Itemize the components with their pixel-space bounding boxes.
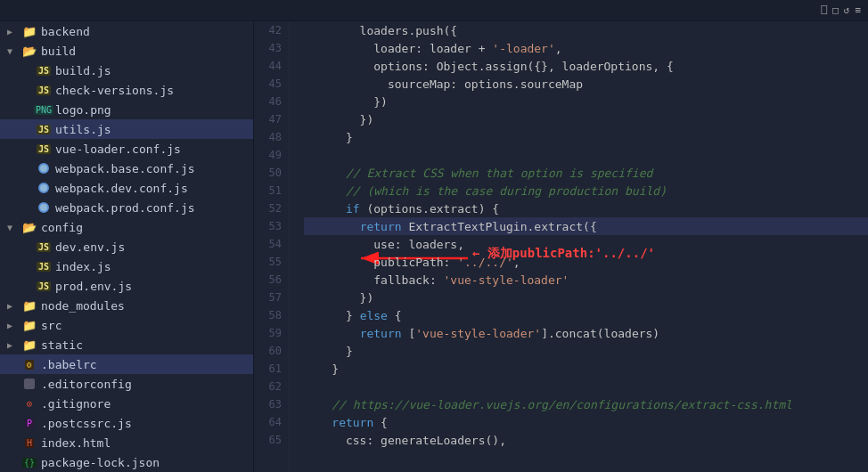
- line-number-55: 55: [254, 253, 289, 271]
- line-number-65: 65: [254, 431, 289, 449]
- tree-item-label: webpack.base.conf.js: [55, 162, 195, 175]
- code-line-56: fallback: 'vue-style-loader': [304, 271, 868, 289]
- code-token: '-loader': [492, 42, 554, 55]
- sidebar-item-check-versions.js[interactable]: JScheck-versions.js: [0, 80, 253, 100]
- js-icon: JS: [36, 240, 52, 254]
- line-number-46: 46: [254, 93, 289, 110]
- sidebar-item-build[interactable]: ▼📂build: [0, 41, 253, 61]
- code-token: return: [360, 327, 402, 340]
- title-icons: ⎕ □ ↺ ≡: [822, 4, 862, 16]
- sidebar-item-build.js[interactable]: JSbuild.js: [0, 61, 253, 80]
- code-token: 'vue-style-loader': [415, 327, 541, 340]
- folder-icon: 📁: [21, 318, 37, 332]
- code-line-58: } else {: [304, 306, 868, 324]
- code-line-57: }): [304, 289, 868, 306]
- tree-arrow-icon: ▶: [7, 301, 21, 311]
- sidebar-item-vue-loader.conf.js[interactable]: JSvue-loader.conf.js: [0, 139, 253, 159]
- code-line-55: publicPath: '../../',: [304, 253, 868, 271]
- code-line-45: sourceMap: options.sourceMap: [304, 75, 868, 93]
- code-line-51: // (which is the case during production …: [304, 182, 868, 199]
- tree-item-label: .postcssrc.js: [41, 417, 132, 430]
- sidebar-item-utils.js[interactable]: JSutils.js: [0, 119, 253, 139]
- code-token: css: generateLoaders(),: [304, 434, 506, 447]
- code-token: ExtractTextPlugin.extract({: [402, 220, 597, 233]
- tree-item-label: .gitignore: [41, 397, 111, 411]
- sidebar-item-.postcssrc.js[interactable]: P.postcssrc.js: [0, 413, 253, 433]
- code-line-60: }: [304, 342, 868, 360]
- code-token: }): [304, 113, 373, 126]
- sidebar-item-prod.env.js[interactable]: JSprod.env.js: [0, 276, 253, 296]
- tree-arrow-icon: ▶: [7, 321, 21, 330]
- code-token: options: Object.assign({}, loaderOptions…: [304, 60, 674, 73]
- tree-item-label: .editorconfig: [41, 378, 132, 391]
- code-line-52: if (options.extract) {: [304, 199, 868, 217]
- tree-item-label: vue-loader.conf.js: [55, 142, 181, 156]
- sidebar-item-webpack.base.conf.js[interactable]: webpack.base.conf.js: [0, 159, 253, 178]
- js-icon: JS: [36, 142, 52, 156]
- line-number-58: 58: [254, 306, 289, 324]
- code-token: // https://vue-loader.vuejs.org/en/confi…: [304, 398, 792, 411]
- tree-item-label: build: [41, 45, 76, 58]
- line-number-62: 62: [254, 378, 289, 395]
- code-token: [304, 416, 332, 429]
- line-number-47: 47: [254, 110, 289, 128]
- tree-item-label: webpack.dev.conf.js: [55, 182, 188, 195]
- code-token: loaders.push({: [304, 24, 457, 37]
- babelrc-icon: ⚙: [21, 357, 37, 371]
- js-icon: JS: [36, 83, 52, 97]
- sidebar-item-static[interactable]: ▶📁static: [0, 335, 253, 354]
- sidebar-item-node_modules[interactable]: ▶📁node_modules: [0, 296, 253, 315]
- sidebar-item-.babelrc[interactable]: ⚙.babelrc: [0, 354, 253, 374]
- js-icon: JS: [36, 279, 52, 293]
- code-line-63: // https://vue-loader.vuejs.org/en/confi…: [304, 395, 868, 413]
- title-bar: ⎕ □ ↺ ≡: [0, 0, 868, 21]
- sidebar-item-package-lock.json[interactable]: {}package-lock.json: [0, 452, 253, 472]
- sidebar-item-webpack.prod.conf.js[interactable]: webpack.prod.conf.js: [0, 198, 253, 217]
- code-line-47: }): [304, 110, 868, 128]
- code-token: [304, 327, 360, 340]
- refresh-icon[interactable]: ↺: [844, 4, 850, 16]
- code-line-48: }: [304, 128, 868, 146]
- tree-item-label: index.html: [41, 436, 111, 450]
- code-token: '../../': [457, 256, 513, 269]
- png-icon: PNG: [36, 102, 52, 117]
- line-number-52: 52: [254, 199, 289, 217]
- sidebar-item-index.js[interactable]: JSindex.js: [0, 256, 253, 276]
- line-number-49: 49: [254, 146, 289, 164]
- code-line-61: }: [304, 360, 868, 378]
- code-token: fallback:: [304, 273, 444, 287]
- new-file-icon[interactable]: ⎕: [822, 4, 828, 16]
- file-explorer: ▶📁backend▼📂buildJSbuild.jsJScheck-versio…: [0, 21, 254, 472]
- collapse-icon[interactable]: ≡: [855, 4, 861, 16]
- code-token: return: [360, 220, 402, 233]
- line-number-63: 63: [254, 395, 289, 413]
- sidebar-item-logo.png[interactable]: PNGlogo.png: [0, 100, 253, 119]
- line-numbers: 4243444546474849505152535455565758596061…: [254, 21, 290, 472]
- sidebar-item-webpack.dev.conf.js[interactable]: webpack.dev.conf.js: [0, 178, 253, 198]
- sidebar-item-src[interactable]: ▶📁src: [0, 315, 253, 335]
- code-token: if: [346, 202, 360, 216]
- tree-item-label: prod.env.js: [55, 280, 132, 293]
- webpack-icon: [36, 181, 52, 195]
- folder-icon: 📁: [21, 24, 37, 38]
- sidebar-item-config[interactable]: ▼📂config: [0, 217, 253, 237]
- sidebar-item-.editorconfig[interactable]: .editorconfig: [0, 374, 253, 394]
- sidebar-item-index.html[interactable]: Hindex.html: [0, 433, 253, 452]
- tree-item-label: package-lock.json: [41, 456, 160, 469]
- sidebar-item-.gitignore[interactable]: ⊙.gitignore: [0, 394, 253, 413]
- code-token: }: [304, 131, 353, 144]
- code-token: {: [388, 309, 402, 322]
- code-token: use: loaders,: [304, 238, 464, 251]
- line-number-57: 57: [254, 289, 289, 306]
- code-line-44: options: Object.assign({}, loaderOptions…: [304, 57, 868, 75]
- gitignore-icon: ⊙: [21, 396, 37, 411]
- tree-item-label: index.js: [55, 260, 111, 273]
- js-icon: JS: [36, 122, 52, 136]
- code-token: ,: [555, 42, 562, 55]
- sidebar-item-backend[interactable]: ▶📁backend: [0, 21, 253, 41]
- sidebar-item-dev.env.js[interactable]: JSdev.env.js: [0, 237, 253, 256]
- code-token: }: [304, 345, 353, 358]
- code-token: // Extract CSS when that option is speci…: [304, 167, 652, 180]
- main-content: ▶📁backend▼📂buildJSbuild.jsJScheck-versio…: [0, 21, 868, 472]
- new-folder-icon[interactable]: □: [832, 4, 839, 16]
